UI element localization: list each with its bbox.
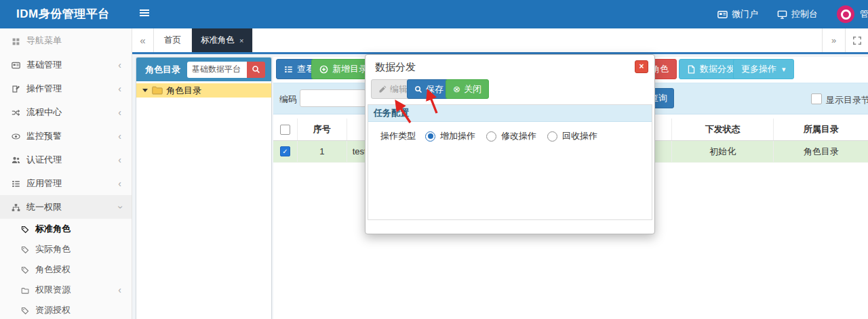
role-directory-panel-header: 角色目录	[136, 58, 271, 81]
grid-icon	[12, 35, 20, 45]
sidebar-item-process-center[interactable]: 流程中心‹	[0, 100, 132, 124]
top-navbar: IDM身份管理平台 微门户 控制台 管理	[0, 0, 868, 28]
chevron-left-icon: ‹	[118, 131, 121, 141]
operation-type-label: 操作类型	[380, 130, 416, 142]
radio-recycle-operation[interactable]	[547, 131, 557, 142]
sidebar-item-auth-proxy[interactable]: 认证代理‹	[0, 148, 132, 171]
folder-icon	[152, 86, 163, 95]
tag-icon	[21, 265, 29, 275]
caret-down-icon: ▾	[782, 65, 786, 74]
nav-console[interactable]: 控制台	[777, 8, 818, 20]
user-avatar[interactable]	[837, 5, 854, 23]
show-directory-nodes-label: 显示目录节点	[826, 94, 868, 106]
sidebar-item-unified-permission[interactable]: 统一权限‹	[0, 195, 132, 219]
sidebar-item-app-mgmt[interactable]: 应用管理‹	[0, 171, 132, 195]
chevron-left-icon: ‹	[118, 285, 121, 295]
navbar-right: 微门户 控制台 管理	[717, 0, 868, 28]
hamburger-menu-icon[interactable]	[140, 9, 149, 18]
sitemap-icon	[12, 202, 20, 212]
cell-mini	[654, 141, 672, 162]
nav-portal[interactable]: 微门户	[717, 8, 758, 20]
operation-type-row: 操作类型 增加操作 修改操作 回收操作	[380, 130, 608, 142]
panel-title: 角色目录	[145, 64, 180, 76]
data-dispatch-modal: 数据分发 × 编辑 保存 ⊗关闭 任务配置 操作类型 增加操作 修改操作 回收操…	[365, 54, 655, 234]
radio-add-operation[interactable]	[425, 131, 435, 142]
code-input[interactable]	[300, 89, 366, 107]
sidebar: 导航菜单 基础管理‹ 操作管理‹ 流程中心‹ 监控预警‹ 认证代理‹ 应用管理‹	[0, 28, 132, 319]
file-icon	[687, 65, 696, 74]
sidebar-item-operation-mgmt[interactable]: 操作管理‹	[0, 77, 132, 100]
more-actions-button[interactable]: 更多操作▾	[733, 59, 794, 79]
header-seq: 序号	[298, 119, 347, 140]
tab-bar: « 首页 标准角色 × »	[132, 28, 868, 54]
sidebar-item-basic-mgmt[interactable]: 基础管理‹	[0, 53, 132, 77]
chevron-down-icon: ‹	[115, 205, 125, 209]
sidebar-item-resource-authorization[interactable]: 资源授权	[0, 300, 132, 319]
app-title: IDM身份管理平台	[16, 0, 110, 28]
tabs-scroll-right-button[interactable]: »	[822, 28, 845, 52]
chevron-left-icon: ‹	[118, 84, 121, 93]
tree-search-input[interactable]	[187, 62, 247, 78]
monitor-icon	[777, 9, 787, 20]
card-icon	[717, 9, 728, 20]
sidebar-item-role-authorization[interactable]: 角色授权	[0, 259, 132, 280]
code-label: 编码	[279, 93, 297, 106]
show-directory-nodes-checkbox[interactable]	[811, 93, 822, 104]
chevron-left-icon: ‹	[118, 60, 121, 70]
tabs-scroll-left-button[interactable]: «	[132, 28, 154, 52]
pencil-icon	[378, 85, 387, 93]
magnifier-icon	[414, 85, 422, 93]
header-mini	[654, 119, 672, 140]
tag-icon	[21, 305, 29, 316]
tabbar-spacer	[253, 28, 822, 52]
list-icon	[12, 178, 20, 188]
chevron-left-icon: ‹	[118, 179, 121, 188]
fullscreen-icon[interactable]	[845, 28, 868, 52]
tab-standard-role[interactable]: 标准角色 ×	[192, 28, 253, 52]
plus-circle-icon	[319, 65, 328, 74]
eye-icon	[12, 131, 20, 141]
role-directory-panel: 角色目录 角色目录	[136, 57, 272, 319]
task-config-panel: 任务配置 操作类型 增加操作 修改操作 回收操作	[368, 104, 652, 220]
chevron-left-icon: ‹	[118, 155, 121, 165]
tag-icon	[21, 224, 29, 234]
cell-status: 初始化	[672, 141, 774, 162]
tree-search-button[interactable]	[247, 62, 265, 78]
sidebar-item-actual-role[interactable]: 实际角色	[0, 239, 132, 259]
list-icon	[284, 65, 293, 74]
sidebar-header: 导航菜单	[0, 28, 132, 53]
task-config-header: 任务配置	[368, 105, 652, 122]
tab-home[interactable]: 首页	[154, 28, 192, 52]
modal-title: 数据分发	[375, 61, 416, 74]
tree-expander-icon[interactable]	[142, 89, 148, 92]
tree-node-role-directory[interactable]: 角色目录	[136, 83, 271, 98]
search-icon	[252, 65, 260, 74]
chevron-left-icon: ‹	[118, 108, 121, 117]
cell-seq: 1	[298, 141, 347, 162]
book-pen-icon	[12, 83, 20, 93]
tag-icon	[21, 244, 29, 255]
close-button[interactable]: ⊗关闭	[446, 79, 489, 99]
radio-modify-operation[interactable]	[486, 131, 496, 142]
sidebar-item-monitoring[interactable]: 监控预警‹	[0, 124, 132, 148]
id-card-icon	[12, 60, 20, 70]
cell-directory: 角色目录	[774, 141, 868, 162]
save-button[interactable]: 保存	[407, 79, 451, 99]
folder-icon	[21, 285, 29, 295]
shuffle-icon	[12, 107, 20, 117]
sidebar-item-standard-role[interactable]: 标准角色	[0, 219, 132, 239]
header-status: 下发状态	[672, 119, 774, 140]
close-tab-icon[interactable]: ×	[239, 37, 243, 45]
sidebar-item-permission-resource[interactable]: 权限资源‹	[0, 280, 132, 300]
circle-x-icon: ⊗	[453, 84, 460, 94]
header-directory: 所属目录	[774, 119, 868, 140]
app-root: IDM身份管理平台 微门户 控制台 管理 导航菜单 基础管理‹ 操作管理	[0, 0, 868, 319]
row-checkbox[interactable]: ✓	[280, 146, 290, 156]
user-menu[interactable]: 管理	[860, 8, 868, 20]
select-all-checkbox[interactable]	[280, 125, 290, 135]
users-icon	[12, 154, 20, 165]
modal-close-icon[interactable]: ×	[635, 60, 648, 73]
